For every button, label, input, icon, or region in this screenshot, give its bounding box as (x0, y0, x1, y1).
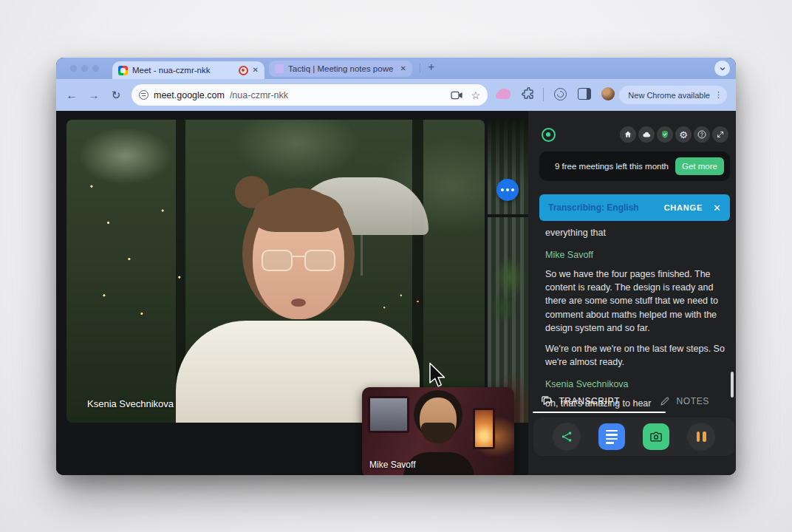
transcript-speaker: Mike Savoff (545, 250, 726, 260)
extensions-puzzle-icon[interactable] (522, 87, 536, 101)
home-button[interactable] (620, 126, 636, 143)
tab-strip: Meet - nua-czmr-nkk ✕ Tactiq | Meeting n… (56, 58, 736, 79)
google-docs-button[interactable] (598, 423, 625, 450)
tab-tactiq-close-icon[interactable]: ✕ (400, 65, 406, 72)
tile-divider (488, 214, 528, 217)
tactiq-sidebar: ⚙ 9 free meetings left this month Get mo… (528, 111, 736, 475)
screenshot-button[interactable] (643, 423, 669, 450)
transcript-speaker: Ksenia Svechnikova (545, 379, 726, 389)
address-bar[interactable]: meet.google.com /nua-czmr-nkk ☆ (132, 84, 488, 106)
glasses-lens (304, 250, 335, 271)
gear-icon: ⚙ (679, 130, 688, 140)
pause-button[interactable] (687, 423, 715, 451)
pause-icon (697, 432, 706, 442)
forward-button[interactable]: → (83, 89, 105, 101)
chrome-update-label: New Chrome available (628, 91, 710, 100)
page-content: Ksenia Svechnikova Mike Savoff (56, 111, 736, 475)
meet-favicon-icon (118, 66, 128, 75)
new-tab-button[interactable]: ＋ (426, 60, 437, 74)
url-host: meet.google.com (154, 90, 225, 100)
quota-text: 9 free meetings left this month (550, 161, 674, 172)
video-tile-main[interactable]: Ksenia Svechnikova (66, 120, 485, 423)
tab-transcript[interactable]: TRANSCRIPT (528, 389, 632, 413)
quota-banner: 9 free meetings left this month Get more (539, 151, 730, 181)
browser-menu-kebab-icon[interactable]: ⋮ (714, 91, 723, 99)
tab-notes[interactable]: NOTES (632, 389, 737, 413)
camera-icon[interactable] (451, 90, 463, 100)
transcript-entry: Mike Savoff So we have the four pages fi… (545, 250, 726, 335)
participant-glasses (260, 250, 337, 272)
meet-call-area: Ksenia Svechnikova Mike Savoff (56, 111, 528, 475)
pip-name-label: Mike Savoff (369, 460, 415, 470)
settings-button[interactable]: ⚙ (675, 126, 692, 143)
window-zoom-button[interactable] (92, 65, 99, 72)
pip-participant-beard (421, 423, 455, 443)
tab-meet-close-icon[interactable]: ✕ (253, 66, 259, 74)
tactiq-favicon-icon (275, 64, 284, 73)
transcribing-label: Transcribing: English (548, 202, 639, 213)
reload-button[interactable]: ↻ (105, 89, 127, 102)
pink-extension-icon[interactable] (498, 89, 511, 99)
chevron-down-icon (718, 64, 727, 73)
expand-icon (716, 130, 725, 139)
glasses-bridge (293, 256, 304, 257)
profile-avatar[interactable] (601, 87, 615, 100)
shield-check-button[interactable] (657, 126, 673, 143)
tile-more-options-button[interactable] (496, 179, 519, 201)
tactiq-action-bar (533, 417, 734, 456)
video-tile-pip[interactable]: Mike Savoff (362, 387, 514, 475)
browser-toolbar: ← → ↻ meet.google.com /nua-czmr-nkk ☆ Ne… (56, 79, 736, 111)
transcript-text: everything that (545, 226, 726, 239)
tab-divider (420, 64, 420, 73)
chat-bubbles-icon (540, 395, 553, 407)
participant-mouth (291, 299, 306, 307)
tab-transcript-label: TRANSCRIPT (559, 396, 620, 406)
window-close-button[interactable] (70, 65, 77, 72)
home-icon (624, 130, 632, 139)
tactiq-header: ⚙ (528, 120, 736, 149)
docs-line (606, 442, 614, 444)
site-info-icon[interactable] (139, 90, 148, 100)
video-tile-filmstrip[interactable] (488, 120, 528, 423)
transcript-text: So we have the four pages finished. The … (545, 267, 726, 335)
share-button[interactable] (553, 423, 581, 451)
tab-meet-title: Meet - nua-czmr-nkk (132, 66, 234, 75)
chrome-update-button[interactable]: New Chrome available ⋮ (619, 86, 727, 104)
tab-tactiq[interactable]: Tactiq | Meeting notes powe ✕ (269, 61, 412, 77)
get-more-label: Get more (682, 162, 717, 171)
tactiq-logo-icon (542, 128, 556, 142)
desktop-background: Meet - nua-czmr-nkk ✕ Tactiq | Meeting n… (0, 0, 792, 532)
participant-head (242, 188, 355, 335)
participant-video (66, 120, 485, 423)
transcript-entry: everything that (545, 226, 726, 239)
tab-notes-label: NOTES (677, 396, 709, 406)
change-language-button[interactable]: CHANGE (664, 203, 703, 212)
cloud-icon (642, 130, 652, 140)
cloud-upload-button[interactable] (638, 126, 655, 143)
banner-close-icon[interactable]: ✕ (713, 203, 721, 213)
tactiq-extension-icon[interactable] (554, 88, 567, 100)
pip-window-detail (368, 396, 409, 433)
active-tab-underline (533, 412, 666, 413)
back-button[interactable]: ← (61, 89, 83, 101)
pip-fireplace-detail (473, 408, 495, 449)
side-panel-icon[interactable] (578, 88, 591, 100)
participant-hairline (253, 194, 344, 232)
bookmark-star-icon[interactable]: ☆ (471, 90, 480, 100)
get-more-button[interactable]: Get more (675, 157, 724, 175)
participant-name-label: Ksenia Svechnikova (87, 398, 174, 409)
tab-tactiq-title: Tactiq | Meeting notes powe (288, 64, 396, 73)
recording-indicator-icon (239, 66, 248, 75)
docs-line (606, 438, 618, 440)
camera-capture-icon (649, 429, 663, 444)
transcribing-banner: Transcribing: English CHANGE ✕ (539, 194, 730, 221)
sidebar-tabs: TRANSCRIPT NOTES (528, 389, 736, 413)
tab-search-chevron-button[interactable] (714, 61, 730, 76)
glasses-lens (262, 250, 293, 271)
docs-line (606, 434, 618, 436)
expand-button[interactable] (712, 126, 728, 143)
window-minimize-button[interactable] (81, 65, 88, 72)
tab-meet[interactable]: Meet - nua-czmr-nkk ✕ (112, 61, 264, 79)
help-button[interactable] (694, 126, 710, 143)
transcript-entry: We're on the we're on the last few steps… (545, 342, 726, 369)
